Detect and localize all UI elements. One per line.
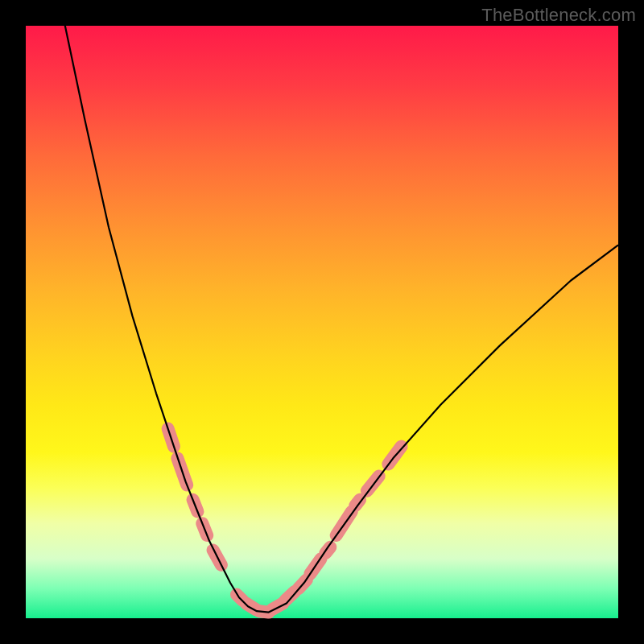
marker-group [168, 429, 402, 613]
curve-svg [26, 26, 618, 618]
watermark-text: TheBottleneck.com [481, 5, 636, 26]
plot-area [26, 26, 618, 618]
chart-frame: TheBottleneck.com [0, 0, 644, 644]
